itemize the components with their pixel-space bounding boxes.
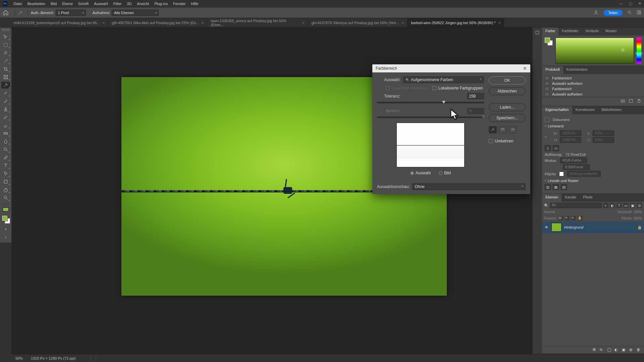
layer-row[interactable]: 👁 Hintergrund 🔒 [542, 222, 644, 233]
eyedropper-tool[interactable] [1, 82, 10, 88]
sample-size-dropdown[interactable]: 1 Pixel [56, 10, 86, 16]
tolerance-field[interactable]: 159 [467, 93, 484, 99]
history-item[interactable]: Auswahl aufheben [542, 81, 644, 86]
filter-pixel-icon[interactable]: ▪ [603, 203, 608, 208]
shape-tool[interactable] [1, 178, 10, 185]
history-snapshot-icon[interactable] [629, 99, 633, 103]
panel-tab[interactable]: Verläufe [582, 27, 602, 36]
menu-auswahl[interactable]: Auswahl [91, 1, 111, 6]
magic-wand-tool[interactable] [1, 58, 10, 64]
tab-close-icon[interactable]: × [103, 21, 105, 25]
color-picker-field[interactable] [555, 38, 634, 64]
lock-position-icon[interactable]: ✥ [565, 216, 570, 221]
menu-hilfe[interactable]: Hilfe [188, 1, 201, 6]
hue-slider[interactable] [637, 38, 641, 64]
crop-tool[interactable] [1, 66, 10, 72]
layer-filter-dropdown[interactable]: Art [550, 203, 602, 208]
menu-schrift[interactable]: Schrift [75, 1, 91, 6]
panel-tab[interactable]: Eigenschaften [542, 106, 572, 114]
filter-type-icon[interactable]: T [616, 203, 622, 208]
width-field[interactable]: 1920 Px [560, 130, 581, 136]
frame-tool[interactable] [1, 74, 10, 80]
filter-shape-icon[interactable]: ▭ [623, 203, 629, 208]
fill-dropdown[interactable]: Hintergrundfarbe [567, 171, 601, 177]
tab-close-icon[interactable]: × [498, 21, 500, 25]
stamp-tool[interactable] [1, 106, 10, 113]
tab-close-icon[interactable]: × [402, 21, 404, 25]
menu-bearbeiten[interactable]: Bearbeiten [25, 1, 48, 6]
dialog-titlebar[interactable]: Farbbereich ✕ [372, 64, 530, 72]
preview-mode-dropdown[interactable]: Ohne [412, 183, 526, 190]
adjustment-icon[interactable]: ◐ [614, 348, 619, 352]
panel-tab[interactable]: Ebenen [542, 194, 561, 202]
menu-filter[interactable]: Filter [111, 1, 124, 6]
layer-name[interactable]: Hintergrund [564, 225, 583, 229]
fill-field[interactable]: 100% [633, 217, 642, 220]
canvas-section[interactable]: Leinwand [545, 124, 641, 128]
healing-tool[interactable] [1, 90, 10, 97]
status-navigate[interactable]: 〈〉 [88, 356, 99, 361]
eyedropper-sample-icon[interactable] [489, 126, 497, 133]
bits-dropdown[interactable]: 8 Bit/Kanal [563, 164, 590, 170]
save-button[interactable]: Speichern... [489, 114, 526, 122]
color-swatches[interactable] [545, 38, 553, 46]
lock-icon[interactable]: 🔒 [637, 225, 642, 230]
history-camera-icon[interactable] [621, 99, 625, 103]
opacity-field[interactable]: 100% [633, 210, 642, 214]
tolerance-slider[interactable] [377, 102, 484, 103]
document-tab[interactable]: gift-4567561 Nika Akin auf Pixabay.jpg b… [108, 18, 207, 27]
load-button[interactable]: Laden... [489, 103, 526, 111]
link-icon[interactable]: ⎋ [545, 135, 547, 139]
eraser-tool[interactable] [1, 122, 10, 129]
layer-thumbnail[interactable] [551, 223, 561, 232]
history-delete-icon[interactable] [637, 99, 641, 103]
filter-smart-icon[interactable]: ▣ [630, 203, 635, 208]
cloud-icon[interactable] [593, 10, 599, 16]
document-tab[interactable]: lawn-1335365_annca auf Pixabay.jpg bei 5… [207, 18, 308, 27]
eyedropper-subtract-icon[interactable] [509, 126, 517, 133]
fill-swatch[interactable] [559, 172, 564, 176]
panel-tab[interactable]: Kanäle [561, 194, 580, 202]
panel-tab[interactable]: Korrekturen [572, 106, 598, 114]
panel-icon[interactable] [535, 30, 540, 35]
lock-all-icon[interactable]: 🔒 [578, 216, 582, 221]
history-brush-tool[interactable] [1, 114, 10, 121]
panel-tab[interactable]: Kommentare [563, 66, 591, 74]
menu-plug-ins[interactable]: Plug-ins [152, 1, 170, 6]
radio-image[interactable]: Bild [439, 171, 451, 175]
menu-fenster[interactable]: Fenster [170, 1, 188, 6]
close-icon[interactable]: ✕ [638, 1, 641, 6]
eyedropper-add-icon[interactable] [499, 126, 507, 133]
marquee-tool[interactable] [1, 42, 10, 48]
rulers-section[interactable]: Lineale und Raster [545, 179, 641, 183]
ruler-icon[interactable]: ▥ [545, 184, 551, 190]
invert-checkbox[interactable] [489, 139, 493, 143]
dodge-tool[interactable] [1, 146, 10, 153]
colormode-dropdown[interactable]: RGB-Farbe [560, 158, 587, 163]
fx-icon[interactable]: fx [600, 348, 604, 352]
document-tab[interactable]: child-613199_bottomlayerz0 auf Pixabay.j… [10, 18, 108, 27]
mask-icon[interactable]: ◯ [607, 348, 612, 352]
grid-icon[interactable]: ▦ [553, 184, 559, 190]
share-button[interactable]: Teilen [603, 10, 623, 16]
new-layer-icon[interactable]: ⊞ [629, 348, 634, 352]
menu-3d[interactable]: 3D [124, 1, 134, 6]
screen-mode-icon[interactable] [2, 227, 9, 232]
brush-tool[interactable] [1, 98, 10, 105]
move-tool[interactable] [1, 34, 10, 40]
hand-tool[interactable] [1, 186, 10, 193]
lock-pixels-icon[interactable]: ▦ [558, 216, 563, 221]
sample-layers-dropdown[interactable]: Alle Ebenen [112, 10, 159, 16]
portrait-icon[interactable]: ▯ [545, 145, 551, 151]
type-tool[interactable] [1, 162, 10, 169]
home-icon[interactable] [3, 10, 9, 16]
fg-bg-swatches[interactable] [1, 215, 10, 224]
history-item[interactable]: Farbbereich [542, 86, 644, 92]
height-field[interactable]: 1280 Px [560, 137, 581, 143]
panel-tab[interactable]: Protokoll [542, 66, 563, 74]
blend-mode-dropdown[interactable]: Normal [544, 210, 555, 214]
workspace-icon[interactable] [637, 10, 641, 15]
history-item[interactable]: Farbbereich [542, 75, 644, 81]
menu-bild[interactable]: Bild [48, 1, 59, 6]
cancel-button[interactable]: Abbrechen [489, 87, 526, 95]
